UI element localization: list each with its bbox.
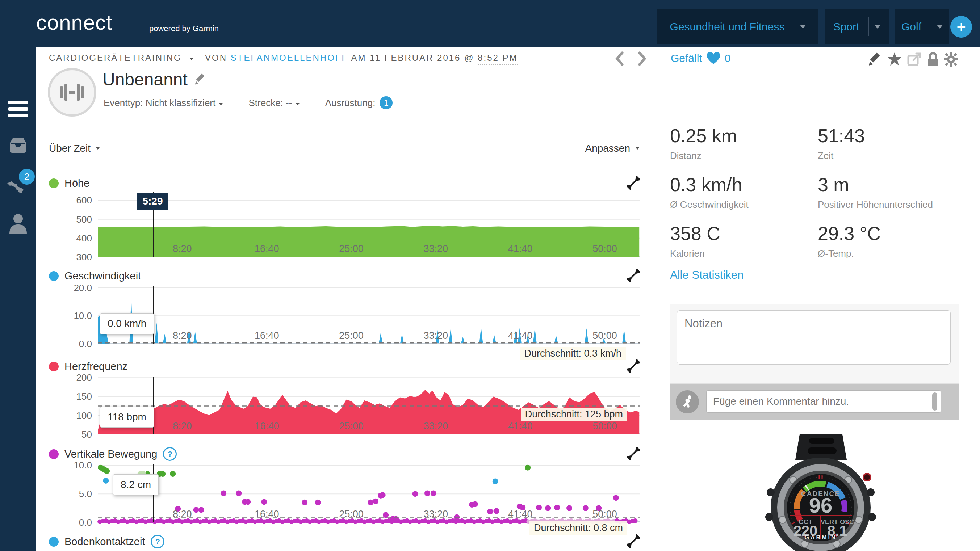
prev-activity-button[interactable] [613, 51, 627, 66]
svg-text:150: 150 [76, 391, 92, 402]
dumbbell-icon [59, 83, 85, 102]
strecke-dropdown[interactable]: Strecke: -- [248, 97, 300, 109]
nav-sport[interactable]: Sport [825, 10, 889, 44]
nav-divider [869, 17, 869, 36]
activity-meta: Eventtyp: Nicht klassifiziert Strecke: -… [103, 96, 393, 110]
customize-dropdown[interactable]: Anpassen [572, 143, 640, 154]
svg-text:200: 200 [76, 372, 92, 383]
activity-type-avatar [48, 68, 96, 117]
comment-input[interactable] [706, 390, 941, 413]
nav-divider [794, 17, 794, 36]
svg-text:33:20: 33:20 [424, 421, 449, 432]
ausruestung-control[interactable]: Ausrüstung:1 [325, 96, 393, 110]
chevron-down-icon[interactable] [800, 25, 806, 29]
expand-hoehe-button[interactable] [627, 176, 640, 190]
chevron-down-icon[interactable] [875, 25, 880, 29]
svg-text:25:00: 25:00 [339, 243, 364, 254]
hoehe-chart[interactable]: 6005004003008:2016:4025:0033:2041:4050:0… [49, 192, 640, 257]
stat-distanz: 0.25 kmDistanz [670, 125, 815, 162]
legend-label: Bodenkontaktzeit [64, 536, 145, 548]
like-control[interactable]: Gefällt 0 [671, 52, 730, 64]
chevron-down-icon [220, 103, 223, 105]
eventtyp-dropdown[interactable]: Eventtyp: Nicht klassifiziert [103, 97, 224, 109]
nav-label: Sport [833, 21, 859, 33]
edit-title-icon[interactable] [194, 73, 207, 86]
runner-icon [680, 395, 695, 409]
logo-subtitle: powered by Garmin [149, 24, 219, 33]
svg-text:16:40: 16:40 [255, 421, 279, 432]
geschwindigkeit-tooltip: 0.0 km/h [100, 313, 154, 334]
legend-label: Geschwindigkeit [64, 270, 141, 282]
expand-geschwindigkeit-button[interactable] [627, 268, 640, 283]
favorite-star-icon[interactable] [887, 52, 902, 67]
edit-icon[interactable] [868, 52, 882, 67]
share-icon[interactable] [907, 52, 921, 67]
activity-type-dropdown[interactable]: CARDIOGERÄTETRAINING [49, 53, 194, 63]
comment-bar [670, 384, 959, 420]
watch-brand: GARMIN [805, 534, 837, 540]
gear-count-badge[interactable]: 1 [380, 96, 393, 110]
chevron-down-icon [636, 147, 639, 150]
svg-text:0.0: 0.0 [79, 338, 92, 349]
svg-text:50:00: 50:00 [592, 243, 617, 254]
user-link[interactable]: STEFANMOELLENHOFF [231, 53, 348, 63]
chevron-down-icon [96, 147, 100, 150]
svg-text:41:40: 41:40 [508, 243, 533, 254]
notes-textarea[interactable] [677, 310, 951, 365]
legend-label: Höhe [64, 177, 89, 189]
stat-geschwindigkeit: 0.3 km/hØ Geschwindigkeit [670, 174, 815, 210]
chevron-down-icon [189, 58, 193, 60]
heart-icon[interactable] [706, 52, 720, 64]
all-statistics-link[interactable]: Alle Statistiken [670, 268, 743, 282]
hoehe-cursor-label: 5:29 [137, 192, 168, 210]
expand-herzfrequenz-button[interactable] [627, 359, 640, 373]
herzfrequenz-avg-label: Durchschnitt: 125 bpm [521, 408, 627, 421]
privacy-lock-icon[interactable] [926, 52, 940, 67]
nav-gesundheit-und-fitness[interactable]: Gesundheit und Fitness [657, 10, 818, 44]
menu-hamburger-icon[interactable] [0, 100, 36, 119]
add-activity-button[interactable]: + [950, 16, 972, 38]
expand-vertikale-bewegung-button[interactable] [627, 447, 640, 460]
activity-time[interactable]: 8:52 PM [478, 53, 517, 65]
svg-text:25:00: 25:00 [339, 330, 364, 341]
left-sidebar: 2 [0, 47, 36, 551]
herzfrequenz-chart[interactable]: 200150100508:2016:4025:0033:2041:4050:00… [49, 376, 640, 434]
svg-text:41:40: 41:40 [508, 330, 533, 341]
svg-text:33:20: 33:20 [424, 330, 449, 341]
legend-herzfrequenz: Herzfrequenz [49, 359, 127, 374]
legend-bodenkontaktzeit: Bodenkontaktzeit ? [49, 534, 164, 549]
svg-text:50:00: 50:00 [592, 421, 617, 432]
user-avatar [676, 390, 699, 413]
svg-text:5.0: 5.0 [79, 488, 92, 499]
vertikale-bewegung-chart[interactable]: 10.05.00.08:2016:4025:0033:2041:4050:008… [49, 464, 640, 522]
legend-vertikale-bewegung: Vertikale Bewegung ? [49, 447, 177, 461]
nav-label: Golf [901, 21, 921, 33]
connect-logo[interactable]: connect [36, 10, 112, 34]
breadcrumb-date: AM 11 FEBRUAR 2016 @ [351, 53, 474, 63]
help-icon[interactable]: ? [151, 535, 164, 548]
comment-scrollbar[interactable] [932, 392, 937, 411]
svg-text:100: 100 [76, 410, 92, 421]
garmin-watch-image: CADENCE 96 GCT 220 VERT OSC 8.1 GARMIN [747, 434, 902, 551]
svg-text:8:20: 8:20 [173, 421, 192, 432]
geschwindigkeit-chart[interactable]: 20.010.00.08:2016:4025:0033:2041:4050:00… [49, 286, 640, 344]
next-activity-button[interactable] [635, 51, 649, 66]
expand-bodenkontaktzeit-button[interactable] [627, 534, 640, 548]
profile-icon[interactable] [0, 213, 36, 234]
notes-panel [670, 304, 959, 384]
inbox-icon[interactable] [0, 137, 36, 154]
bodenkontaktzeit-dot-icon [49, 537, 59, 547]
svg-text:41:40: 41:40 [508, 421, 533, 432]
chevron-down-icon[interactable] [937, 25, 943, 29]
x-axis-mode-dropdown[interactable]: Über Zeit [49, 143, 101, 154]
settings-gear-icon[interactable] [944, 52, 958, 67]
like-count: 0 [725, 52, 731, 64]
nav-golf[interactable]: Golf [895, 10, 949, 44]
breadcrumb-von: VON [205, 53, 227, 63]
svg-text:16:40: 16:40 [255, 243, 279, 254]
svg-text:0.0: 0.0 [79, 517, 92, 528]
help-icon[interactable]: ? [163, 447, 177, 461]
connections-arrows-icon[interactable]: 2 [0, 175, 36, 195]
legend-geschwindigkeit: Geschwindigkeit [49, 268, 141, 283]
svg-text:25:00: 25:00 [339, 421, 364, 432]
